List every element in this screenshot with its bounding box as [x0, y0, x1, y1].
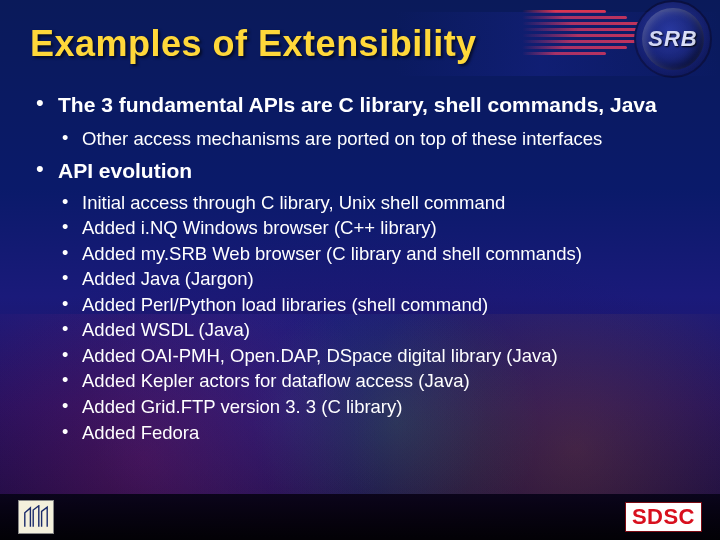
bullet-2: API evolution Initial access through C l…: [30, 158, 690, 444]
title-band: Examples of Extensibility: [0, 12, 720, 76]
slide: SRB Examples of Extensibility The 3 fund…: [0, 0, 720, 540]
bullet-2-sub-4: Added Perl/Python load libraries (shell …: [58, 294, 690, 317]
bullet-2-sub-7: Added Kepler actors for dataflow access …: [58, 370, 690, 393]
bullet-2-sub-3: Added Java (Jargon): [58, 268, 690, 291]
bullet-2-sub-1: Added i.NQ Windows browser (C++ library): [58, 217, 690, 240]
bullet-2-sub-2: Added my.SRB Web browser (C library and …: [58, 243, 690, 266]
slide-title: Examples of Extensibility: [30, 23, 477, 65]
footer: SDSC: [0, 494, 720, 540]
bullet-1-text: The 3 fundamental APIs are C library, sh…: [58, 92, 690, 117]
bullet-2-sub-5: Added WSDL (Java): [58, 319, 690, 342]
bullet-1-sub-0: Other access mechanisms are ported on to…: [58, 127, 690, 150]
bullet-2-sub-9: Added Fedora: [58, 422, 690, 445]
bullet-2-sub-0: Initial access through C library, Unix s…: [58, 192, 690, 215]
bullet-2-text: API evolution: [58, 158, 690, 183]
bullet-2-sub-6: Added OAI-PMH, Open.DAP, DSpace digital …: [58, 345, 690, 368]
ucsd-logo-icon: [18, 500, 54, 534]
bullet-2-sub-8: Added Grid.FTP version 3. 3 (C library): [58, 396, 690, 419]
sdsc-logo: SDSC: [625, 502, 702, 532]
bullet-1: The 3 fundamental APIs are C library, sh…: [30, 92, 690, 150]
slide-body: The 3 fundamental APIs are C library, sh…: [30, 92, 690, 452]
